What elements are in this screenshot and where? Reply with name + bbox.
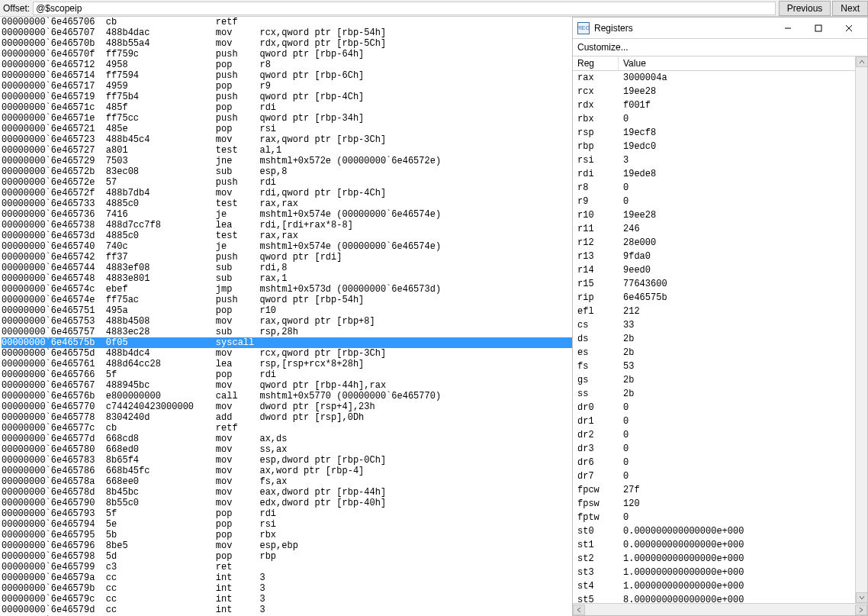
previous-button[interactable]: Previous bbox=[779, 1, 831, 16]
register-row[interactable]: st3 1.000000000000000e+000 bbox=[573, 566, 855, 579]
registers-body[interactable]: rax3000004arcx19ee28rdxf001frbx0rsp19ecf… bbox=[573, 71, 867, 603]
register-value[interactable]: 19ee28 bbox=[619, 85, 855, 98]
register-value[interactable]: 0 bbox=[619, 401, 855, 414]
column-value[interactable]: Value bbox=[619, 56, 867, 70]
register-value[interactable]: 3000004a bbox=[619, 71, 855, 85]
register-value[interactable]: 0 bbox=[619, 414, 855, 428]
horizontal-scrollbar[interactable] bbox=[573, 603, 867, 615]
register-row[interactable]: r11246 bbox=[573, 222, 855, 236]
register-value[interactable]: 19ecf8 bbox=[619, 126, 855, 140]
scroll-down-button[interactable] bbox=[856, 592, 867, 603]
register-row[interactable]: rdi19ede8 bbox=[573, 167, 855, 181]
register-row[interactable]: dr70 bbox=[573, 469, 855, 483]
register-value[interactable]: 0.000000000000000e+000 bbox=[619, 524, 855, 538]
register-value[interactable]: f001f bbox=[619, 98, 855, 112]
register-value[interactable]: 2b bbox=[619, 373, 855, 387]
next-button[interactable]: Next bbox=[832, 1, 868, 16]
offset-input[interactable] bbox=[33, 2, 775, 15]
register-value[interactable]: 0 bbox=[619, 442, 855, 456]
register-row[interactable]: dr20 bbox=[573, 428, 855, 442]
register-value[interactable]: 77643600 bbox=[619, 277, 855, 291]
column-reg[interactable]: Reg bbox=[573, 56, 619, 70]
register-row[interactable]: cs33 bbox=[573, 318, 855, 332]
register-value[interactable]: 212 bbox=[619, 305, 855, 318]
register-row[interactable]: fptw0 bbox=[573, 511, 855, 524]
register-row[interactable]: rdxf001f bbox=[573, 98, 855, 112]
register-row[interactable]: r139fda0 bbox=[573, 250, 855, 263]
scroll-left-button[interactable] bbox=[573, 605, 585, 615]
register-row[interactable]: rbx0 bbox=[573, 112, 855, 126]
register-value[interactable]: 9fda0 bbox=[619, 250, 855, 263]
register-value[interactable]: 120 bbox=[619, 497, 855, 511]
register-value[interactable]: 246 bbox=[619, 222, 855, 236]
register-value[interactable]: 1.000000000000000e+000 bbox=[619, 566, 855, 579]
register-value[interactable]: 0 bbox=[619, 195, 855, 208]
registers-header[interactable]: Reg Value bbox=[573, 56, 867, 71]
register-row[interactable]: dr00 bbox=[573, 401, 855, 414]
close-button[interactable] bbox=[834, 19, 864, 37]
register-value[interactable]: 19ee28 bbox=[619, 208, 855, 222]
register-row[interactable]: fs53 bbox=[573, 360, 855, 373]
register-row[interactable]: ds2b bbox=[573, 332, 855, 346]
register-row[interactable]: es2b bbox=[573, 346, 855, 360]
register-row[interactable]: gs2b bbox=[573, 373, 855, 387]
register-value[interactable]: 2b bbox=[619, 346, 855, 360]
register-value[interactable]: 53 bbox=[619, 360, 855, 373]
register-row[interactable]: r149eed0 bbox=[573, 263, 855, 277]
register-row[interactable]: st1 0.000000000000000e+000 bbox=[573, 538, 855, 552]
register-value[interactable]: 0 bbox=[619, 428, 855, 442]
register-row[interactable]: st2 1.000000000000000e+000 bbox=[573, 552, 855, 566]
register-row[interactable]: r1577643600 bbox=[573, 277, 855, 291]
register-value[interactable]: 0 bbox=[619, 511, 855, 524]
register-row[interactable]: r80 bbox=[573, 181, 855, 195]
register-name: ds bbox=[573, 332, 619, 346]
register-value[interactable]: 27f bbox=[619, 483, 855, 497]
register-row[interactable]: r1019ee28 bbox=[573, 208, 855, 222]
register-row[interactable]: dr10 bbox=[573, 414, 855, 428]
scroll-right-button[interactable] bbox=[855, 605, 867, 615]
scroll-up-button[interactable] bbox=[856, 56, 867, 67]
register-row[interactable]: st5 8.000000000000000e+000 bbox=[573, 593, 855, 603]
register-row[interactable]: dr60 bbox=[573, 456, 855, 469]
register-row[interactable]: rbp19edc0 bbox=[573, 140, 855, 153]
register-value[interactable]: 1.000000000000000e+000 bbox=[619, 579, 855, 593]
register-value[interactable]: 19ede8 bbox=[619, 167, 855, 181]
scroll-track-vertical[interactable] bbox=[856, 67, 867, 592]
register-value[interactable]: 2b bbox=[619, 387, 855, 401]
vertical-scrollbar[interactable] bbox=[855, 56, 867, 603]
register-value[interactable]: 28e000 bbox=[619, 236, 855, 250]
register-value[interactable]: 0 bbox=[619, 112, 855, 126]
maximize-button[interactable] bbox=[803, 19, 834, 37]
register-row[interactable]: ss2b bbox=[573, 387, 855, 401]
register-value[interactable]: 0.000000000000000e+000 bbox=[619, 538, 855, 552]
register-row[interactable]: rax3000004a bbox=[573, 71, 855, 85]
scroll-track-horizontal[interactable] bbox=[585, 605, 855, 615]
register-value[interactable]: 0 bbox=[619, 456, 855, 469]
register-value[interactable]: 1.000000000000000e+000 bbox=[619, 552, 855, 566]
register-value[interactable]: 6e46575b bbox=[619, 291, 855, 305]
register-value[interactable]: 0 bbox=[619, 469, 855, 483]
register-value[interactable]: 2b bbox=[619, 332, 855, 346]
customize-link[interactable]: Customize... bbox=[573, 39, 867, 56]
register-row[interactable]: rsi3 bbox=[573, 153, 855, 167]
minimize-button[interactable] bbox=[773, 19, 803, 37]
register-value[interactable]: 8.000000000000000e+000 bbox=[619, 593, 855, 603]
register-row[interactable]: efl212 bbox=[573, 305, 855, 318]
register-row[interactable]: fpsw120 bbox=[573, 497, 855, 511]
register-value[interactable]: 33 bbox=[619, 318, 855, 332]
register-row[interactable]: rip6e46575b bbox=[573, 291, 855, 305]
register-row[interactable]: st4 1.000000000000000e+000 bbox=[573, 579, 855, 593]
register-row[interactable]: rsp19ecf8 bbox=[573, 126, 855, 140]
register-value[interactable]: 0 bbox=[619, 181, 855, 195]
register-row[interactable]: st0 0.000000000000000e+000 bbox=[573, 524, 855, 538]
register-row[interactable]: r1228e000 bbox=[573, 236, 855, 250]
register-value[interactable]: 9eed0 bbox=[619, 263, 855, 277]
register-row[interactable]: r90 bbox=[573, 195, 855, 208]
register-row[interactable]: fpcw27f bbox=[573, 483, 855, 497]
register-value[interactable]: 19edc0 bbox=[619, 140, 855, 153]
registers-titlebar[interactable]: REG Registers bbox=[573, 18, 867, 39]
register-name: st3 bbox=[573, 566, 619, 579]
register-row[interactable]: rcx19ee28 bbox=[573, 85, 855, 98]
register-row[interactable]: dr30 bbox=[573, 442, 855, 456]
register-value[interactable]: 3 bbox=[619, 153, 855, 167]
